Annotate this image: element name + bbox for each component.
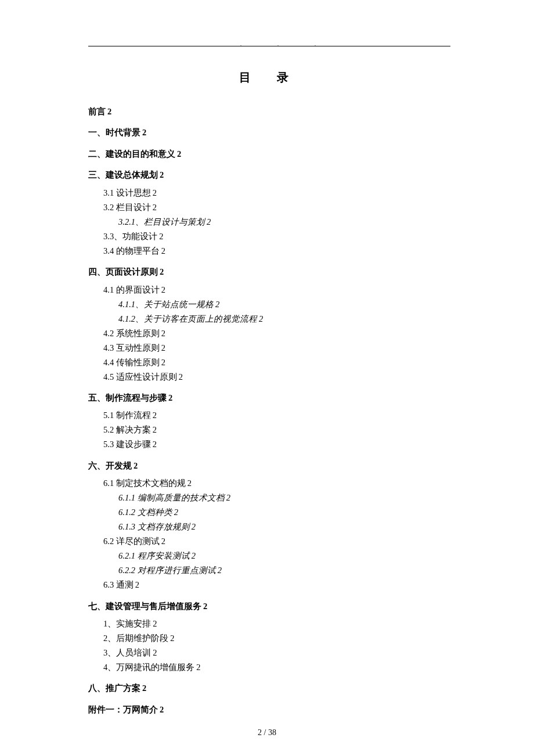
toc-entry-text: 6.1.2 文档种类: [118, 507, 172, 517]
toc-entry-page: 2: [153, 440, 157, 449]
toc-entry: 附件一：万网简介2: [88, 703, 450, 716]
toc-entry: 4.2 系统性原则2: [88, 327, 450, 340]
toc-entry-page: 2: [159, 232, 163, 241]
toc-entry-text: 六、开发规: [88, 461, 132, 470]
toc-entry: 前言2: [88, 105, 450, 118]
toc-entry-text: 3.2 栏目设计: [103, 203, 151, 212]
toc-entry-text: 2、后期维护阶段: [103, 633, 168, 643]
toc-entry-page: 2: [161, 285, 165, 294]
toc-entry-page: 2: [160, 170, 164, 179]
toc-entry: 3.3、功能设计2: [88, 230, 450, 243]
toc-entry: 6.2.1 程序安装测试2: [88, 549, 450, 562]
toc-entry-text: 5.2 解决方案: [103, 425, 151, 434]
toc-entry-text: 6.1.3 文档存放规则: [118, 522, 190, 531]
toc-entry-page: 2: [153, 619, 157, 628]
toc-entry-text: 1、实施安排: [103, 619, 151, 628]
toc-entry-page: 2: [215, 300, 219, 309]
toc-entry-page: 2: [179, 372, 183, 381]
toc-entry-text: 3.1 设计思想: [103, 188, 151, 197]
toc-entry: 七、建设管理与售后增值服务2: [88, 600, 450, 613]
toc-entry-page: 2: [160, 705, 164, 714]
toc-entry-page: 2: [153, 203, 157, 212]
toc-entry-text: 4.1.2、关于访客在页面上的视觉流程: [118, 314, 257, 323]
toc-entry-text: 4.4 传输性原则: [103, 358, 160, 367]
toc-entry-page: 2: [161, 246, 165, 255]
toc-entry: 6.1.3 文档存放规则2: [88, 520, 450, 533]
toc-entry: 3.2 栏目设计2: [88, 201, 450, 214]
toc-entry-page: 2: [177, 149, 181, 159]
toc-entry-text: 5.1 制作流程: [103, 411, 151, 420]
toc-entry-page: 2: [153, 425, 157, 434]
toc-entry-page: 2: [207, 217, 211, 226]
toc-entry-page: 2: [192, 551, 196, 560]
toc-entry-text: 一、时代背景: [88, 128, 140, 137]
toc-entry: 6.1.2 文档种类2: [88, 506, 450, 519]
toc-entry-page: 2: [174, 507, 178, 517]
toc-entry: 3.1 设计思想2: [88, 186, 450, 199]
toc-title: 目 录: [88, 70, 450, 85]
toc-entry-text: 前言: [88, 107, 106, 116]
toc-entry-text: 三、建设总体规划: [88, 170, 158, 179]
toc-entry: 六、开发规2: [88, 459, 450, 472]
toc-entry: 五、制作流程与步骤2: [88, 391, 450, 404]
toc-entry: 6.1 制定技术文档的规2: [88, 477, 450, 489]
toc-entry: 4.3 互动性原则2: [88, 341, 450, 354]
toc-entry-text: 四、页面设计原则: [88, 267, 158, 276]
toc-entry-text: 4.1.1、关于站点统一规格: [118, 300, 214, 309]
toc-entry-text: 八、推广方案: [88, 683, 140, 693]
toc-entry-page: 2: [168, 393, 172, 402]
toc-entry-text: 七、建设管理与售后增值服务: [88, 602, 201, 611]
toc-entry-text: 3.3、功能设计: [103, 232, 157, 241]
toc-entry: 4、万网捷讯的增值服务2: [88, 661, 450, 674]
toc-entry: 6.2.2 对程序进行重点测试2: [88, 564, 450, 577]
toc-entry: 5.3 建设步骤2: [88, 438, 450, 451]
toc-entry-text: 3、人员培训: [103, 648, 151, 657]
toc-entry-page: 2: [187, 478, 192, 488]
toc-entry-page: 2: [107, 107, 111, 116]
toc-entry: 4.1.1、关于站点统一规格2: [88, 298, 450, 311]
toc-entry-text: 五、制作流程与步骤: [88, 393, 167, 402]
toc-entry-page: 2: [161, 343, 165, 352]
toc-entry-page: 2: [153, 411, 157, 420]
toc-entry-text: 4.2 系统性原则: [103, 329, 160, 338]
toc-entry: 一、时代背景2: [88, 126, 450, 139]
toc-entry: 三、建设总体规划2: [88, 168, 450, 181]
toc-entry: 5.1 制作流程2: [88, 409, 450, 422]
header-dots: ...: [240, 42, 352, 47]
toc-entry: 5.2 解决方案2: [88, 423, 450, 436]
page-footer: 2 / 38: [0, 728, 534, 737]
toc-entry-page: 2: [170, 633, 174, 643]
toc-entry: 3.2.1、栏目设计与策划2: [88, 215, 450, 228]
toc-entry-text: 3.4 的物理平台: [103, 246, 160, 255]
toc-entry: 6.1.1 编制高质量的技术文档2: [88, 491, 450, 504]
header-rule: ...: [88, 38, 450, 46]
toc-entry: 二、建设的目的和意义2: [88, 147, 450, 160]
table-of-contents: 前言2一、时代背景2二、建设的目的和意义2三、建设总体规划23.1 设计思想23…: [88, 105, 450, 716]
toc-entry-page: 2: [161, 329, 165, 338]
toc-entry-page: 2: [160, 267, 164, 276]
toc-entry-text: 6.1 制定技术文档的规: [103, 478, 186, 488]
toc-entry: 4.5 适应性设计原则2: [88, 370, 450, 383]
toc-entry-page: 2: [134, 461, 138, 470]
toc-entry-text: 4.1 的界面设计: [103, 285, 160, 294]
document-page: ... 目 录 前言2一、时代背景2二、建设的目的和意义2三、建设总体规划23.…: [0, 0, 534, 744]
toc-entry-page: 2: [259, 314, 263, 323]
toc-entry-page: 2: [153, 188, 157, 197]
toc-entry: 4.1.2、关于访客在页面上的视觉流程2: [88, 312, 450, 325]
toc-entry-page: 2: [161, 537, 165, 546]
toc-entry: 6.2 详尽的测试2: [88, 535, 450, 548]
toc-entry-text: 二、建设的目的和意义: [88, 149, 175, 159]
toc-entry-text: 6.2 详尽的测试: [103, 537, 160, 546]
toc-entry: 4.4 传输性原则2: [88, 356, 450, 369]
toc-entry-text: 附件一：万网简介: [88, 705, 158, 714]
toc-entry: 四、页面设计原则2: [88, 265, 450, 278]
toc-entry-page: 2: [226, 493, 230, 502]
toc-entry-text: 5.3 建设步骤: [103, 440, 151, 449]
toc-entry-page: 2: [142, 683, 146, 693]
toc-entry: 1、实施安排2: [88, 617, 450, 630]
toc-entry: 3、人员培训2: [88, 646, 450, 659]
toc-entry: 4.1 的界面设计2: [88, 283, 450, 296]
toc-entry-page: 2: [153, 648, 157, 657]
toc-entry-text: 4、万网捷讯的增值服务: [103, 663, 194, 672]
toc-entry-text: 6.3 通测: [103, 580, 134, 589]
